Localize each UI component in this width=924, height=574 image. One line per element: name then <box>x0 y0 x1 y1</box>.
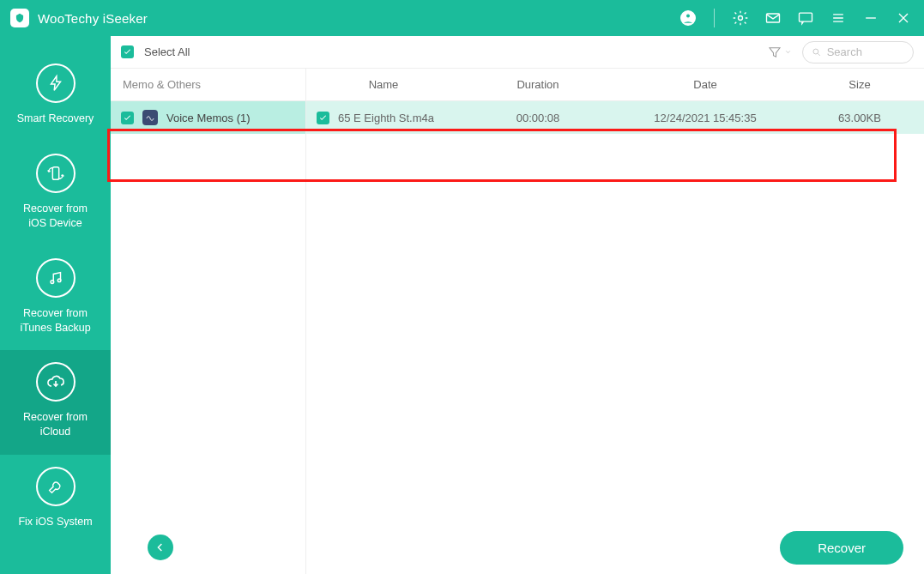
svg-point-8 <box>813 49 818 54</box>
type-panel: Memo & Others Voice Memos (1) <box>111 69 306 574</box>
svg-point-1 <box>685 14 690 18</box>
cloud-download-icon <box>36 362 75 402</box>
minimize-icon[interactable] <box>862 9 879 27</box>
sidebar-item-label: Recover from iCloud <box>23 410 88 439</box>
feedback-icon[interactable] <box>797 9 814 27</box>
svg-point-6 <box>51 280 54 283</box>
sidebar-item-ios-device[interactable]: Recover from iOS Device <box>0 142 111 246</box>
filter-icon[interactable] <box>767 45 792 60</box>
column-date[interactable]: Date <box>615 78 795 91</box>
app-title: WooTechy iSeeker <box>38 11 148 26</box>
sidebar-item-label: Recover from iOS Device <box>23 202 88 231</box>
sidebar-item-fix-ios[interactable]: Fix iOS System <box>0 455 111 545</box>
section-header: Memo & Others <box>111 69 305 101</box>
sidebar-item-icloud[interactable]: Recover from iCloud <box>0 350 111 455</box>
cell-name: 65 E Eighth St.m4a <box>338 112 434 124</box>
search-input[interactable] <box>827 45 904 58</box>
row-checkbox[interactable] <box>317 112 329 124</box>
music-note-icon <box>36 258 75 298</box>
column-name[interactable]: Name <box>306 78 461 91</box>
svg-point-2 <box>739 16 743 21</box>
main-area: Select All Memo & Others <box>111 36 924 574</box>
toolbar: Select All <box>111 36 924 69</box>
user-icon[interactable] <box>679 9 697 27</box>
titlebar: WooTechy iSeeker <box>0 0 924 36</box>
titlebar-divider <box>714 9 715 27</box>
column-size[interactable]: Size <box>795 78 924 91</box>
mail-icon[interactable] <box>764 9 782 27</box>
settings-icon[interactable] <box>732 9 749 27</box>
app-logo <box>10 9 29 27</box>
type-label: Voice Memos (1) <box>166 112 251 124</box>
svg-rect-3 <box>767 14 780 22</box>
sidebar-item-smart-recovery[interactable]: Smart Recovery <box>0 51 111 142</box>
type-checkbox[interactable] <box>121 112 134 124</box>
svg-rect-4 <box>800 13 812 21</box>
sidebar-item-label: Fix iOS System <box>18 515 92 529</box>
column-header-row: Name Duration Date Size <box>306 69 924 101</box>
footer: Recover <box>127 521 924 574</box>
lightning-icon <box>36 63 75 103</box>
type-row-voice-memos[interactable]: Voice Memos (1) <box>111 101 305 134</box>
svg-point-7 <box>57 279 61 282</box>
cell-duration: 00:00:08 <box>461 112 615 124</box>
recover-button[interactable]: Recover <box>780 531 903 565</box>
content-area: Memo & Others Voice Memos (1) Name Durat… <box>111 69 924 574</box>
voice-memo-icon <box>142 110 158 125</box>
sidebar-item-label: Smart Recovery <box>17 112 94 126</box>
sidebar-item-label: Recover from iTunes Backup <box>20 306 90 335</box>
menu-icon[interactable] <box>830 9 847 27</box>
select-all-checkbox[interactable] <box>121 45 134 58</box>
file-table: Name Duration Date Size 65 E Eighth St.m… <box>306 69 924 574</box>
cell-date: 12/24/2021 15:45:35 <box>615 112 795 124</box>
back-button[interactable] <box>148 535 173 560</box>
sidebar: Smart Recovery Recover from iOS Device R… <box>0 36 111 574</box>
phone-refresh-icon <box>36 154 75 193</box>
wrench-icon <box>36 467 75 506</box>
cell-size: 63.00KB <box>795 112 924 124</box>
close-icon[interactable] <box>895 9 912 27</box>
table-row[interactable]: 65 E Eighth St.m4a 00:00:08 12/24/2021 1… <box>306 101 924 134</box>
titlebar-actions <box>679 9 912 27</box>
search-box[interactable] <box>802 41 914 63</box>
sidebar-item-itunes-backup[interactable]: Recover from iTunes Backup <box>0 246 111 351</box>
select-all-label: Select All <box>144 45 190 58</box>
svg-rect-5 <box>52 167 58 180</box>
column-duration[interactable]: Duration <box>461 78 615 91</box>
